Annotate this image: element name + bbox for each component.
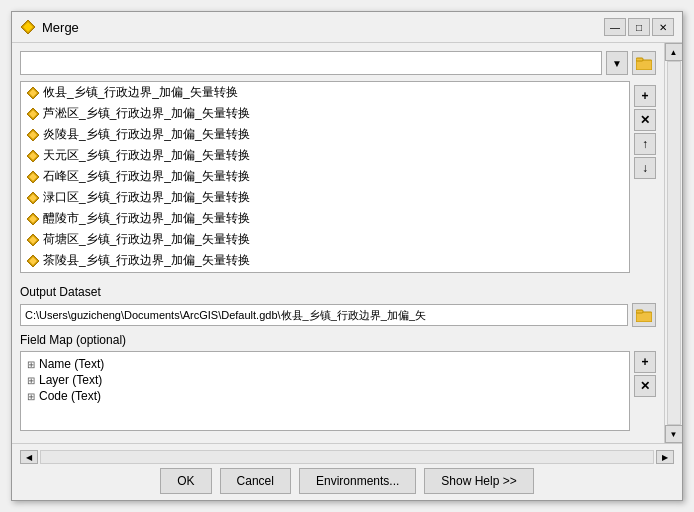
horizontal-scrollbar: ◀ ▶ (20, 450, 674, 464)
right-scrollbar: ▲ ▼ (664, 43, 682, 443)
layer-diamond-icon (27, 108, 39, 120)
cancel-button[interactable]: Cancel (220, 468, 291, 494)
list-side-buttons: + ✕ ↑ ↓ (634, 81, 656, 279)
layer-diamond-icon (27, 171, 39, 183)
layer-list[interactable]: 攸县_乡镇_行政边界_加偏_矢量转换芦淞区_乡镇_行政边界_加偏_矢量转换炎陵县… (20, 81, 630, 273)
field-map-buttons: + ✕ (634, 351, 656, 431)
layer-item-label: 炎陵县_乡镇_行政边界_加偏_矢量转换 (43, 126, 250, 143)
list-item[interactable]: 炎陵县_乡镇_行政边界_加偏_矢量转换 (21, 124, 629, 145)
bottom-area: ◀ ▶ OK Cancel Environments... Show Help … (12, 443, 682, 500)
layer-item-label: 醴陵市_乡镇_行政边界_加偏_矢量转换 (43, 210, 250, 227)
remove-field-button[interactable]: ✕ (634, 375, 656, 397)
list-item[interactable]: 石峰区_乡镇_行政边界_加偏_矢量转换 (21, 166, 629, 187)
layer-item-label: 渌口区_乡镇_行政边界_加偏_矢量转换 (43, 189, 250, 206)
main-content: ▼ 攸县_乡镇_行政边界_加偏_矢量转换芦淞区_乡镇_行政边界_加偏_矢量转换炎… (12, 43, 682, 443)
layer-diamond-icon (27, 255, 39, 267)
field-map-area[interactable]: ⊞Name (Text)⊞Layer (Text)⊞Code (Text) (20, 351, 630, 431)
svg-rect-3 (636, 58, 643, 61)
field-item-label: Code (Text) (39, 389, 101, 403)
scroll-right-button[interactable]: ▶ (656, 450, 674, 464)
scroll-track (40, 450, 654, 464)
field-item-label: Name (Text) (39, 357, 104, 371)
show-help-button[interactable]: Show Help >> (424, 468, 533, 494)
field-item[interactable]: ⊞Layer (Text) (25, 372, 625, 388)
scroll-left-button[interactable]: ◀ (20, 450, 38, 464)
button-row: OK Cancel Environments... Show Help >> (20, 468, 674, 494)
layer-item-label: 荷塘区_乡镇_行政边界_加偏_矢量转换 (43, 231, 250, 248)
field-item-label: Layer (Text) (39, 373, 102, 387)
layer-input[interactable] (20, 51, 602, 75)
field-item[interactable]: ⊞Name (Text) (25, 356, 625, 372)
list-item[interactable]: 荷塘区_乡镇_行政边界_加偏_矢量转换 (21, 229, 629, 250)
scroll-down-button[interactable]: ▼ (665, 425, 683, 443)
title-buttons: — □ ✕ (604, 18, 674, 36)
list-item[interactable]: 芦淞区_乡镇_行政边界_加偏_矢量转换 (21, 103, 629, 124)
output-dataset-label: Output Dataset (20, 285, 656, 299)
layer-list-section: 攸县_乡镇_行政边界_加偏_矢量转换芦淞区_乡镇_行政边界_加偏_矢量转换炎陵县… (20, 81, 656, 279)
layer-item-label: 天元区_乡镇_行政边界_加偏_矢量转换 (43, 147, 250, 164)
expand-icon: ⊞ (27, 375, 35, 386)
close-button[interactable]: ✕ (652, 18, 674, 36)
layer-diamond-icon (27, 213, 39, 225)
folder-icon (636, 56, 652, 70)
list-item[interactable]: 天元区_乡镇_行政边界_加偏_矢量转换 (21, 145, 629, 166)
svg-rect-23 (636, 310, 643, 313)
output-folder-icon (636, 308, 652, 322)
list-item[interactable]: 醴陵市_乡镇_行政边界_加偏_矢量转换 (21, 208, 629, 229)
remove-layer-button[interactable]: ✕ (634, 109, 656, 131)
layer-item-label: 石峰区_乡镇_行政边界_加偏_矢量转换 (43, 168, 250, 185)
merge-dialog: Merge — □ ✕ ▼ (11, 11, 683, 501)
title-bar: Merge — □ ✕ (12, 12, 682, 43)
window-icon (20, 19, 36, 35)
input-row: ▼ (20, 51, 656, 75)
layer-item-label: 攸县_乡镇_行政边界_加偏_矢量转换 (43, 84, 238, 101)
scroll-up-button[interactable]: ▲ (665, 43, 683, 61)
layer-diamond-icon (27, 129, 39, 141)
list-item[interactable]: 茶陵县_乡镇_行政边界_加偏_矢量转换 (21, 250, 629, 271)
add-field-button[interactable]: + (634, 351, 656, 373)
dropdown-arrow-button[interactable]: ▼ (606, 51, 628, 75)
field-map-label: Field Map (optional) (20, 333, 656, 347)
output-row (20, 303, 656, 327)
window-title: Merge (42, 20, 79, 35)
output-dataset-input[interactable] (20, 304, 628, 326)
layer-diamond-icon (27, 234, 39, 246)
maximize-button[interactable]: □ (628, 18, 650, 36)
list-item[interactable]: 渌口区_乡镇_行政边界_加偏_矢量转换 (21, 187, 629, 208)
folder-browse-button[interactable] (632, 51, 656, 75)
layer-item-label: 芦淞区_乡镇_行政边界_加偏_矢量转换 (43, 105, 250, 122)
expand-icon: ⊞ (27, 391, 35, 402)
layer-diamond-icon (27, 192, 39, 204)
add-layer-button[interactable]: + (634, 85, 656, 107)
move-up-button[interactable]: ↑ (634, 133, 656, 155)
environments-button[interactable]: Environments... (299, 468, 416, 494)
field-item[interactable]: ⊞Code (Text) (25, 388, 625, 404)
layer-diamond-icon (27, 87, 39, 99)
minimize-button[interactable]: — (604, 18, 626, 36)
list-item[interactable]: 攸县_乡镇_行政边界_加偏_矢量转换 (21, 82, 629, 103)
layer-diamond-icon (27, 150, 39, 162)
move-down-button[interactable]: ↓ (634, 157, 656, 179)
field-map-section: ⊞Name (Text)⊞Layer (Text)⊞Code (Text) + … (20, 351, 656, 431)
ok-button[interactable]: OK (160, 468, 211, 494)
layer-item-label: 茶陵县_乡镇_行政边界_加偏_矢量转换 (43, 252, 250, 269)
left-panel: ▼ 攸县_乡镇_行政边界_加偏_矢量转换芦淞区_乡镇_行政边界_加偏_矢量转换炎… (12, 43, 664, 443)
title-bar-left: Merge (20, 19, 79, 35)
output-browse-button[interactable] (632, 303, 656, 327)
expand-icon: ⊞ (27, 359, 35, 370)
